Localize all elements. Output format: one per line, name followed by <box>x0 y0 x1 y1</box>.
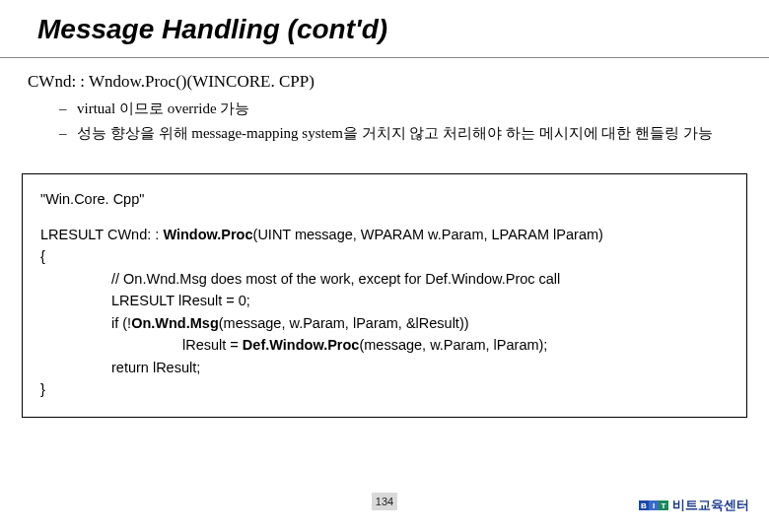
code-file-label: "Win.Core. Cpp" <box>40 188 729 210</box>
code-line: // On.Wnd.Msg does most of the work, exc… <box>111 268 729 290</box>
code-bold: Window.Proc <box>163 227 252 242</box>
code-line: return lResult; <box>111 357 729 378</box>
logo-cell: I <box>649 500 659 510</box>
code-line: LRESULT lResult = 0; <box>111 290 729 311</box>
code-text: (message, w.Param, lParam); <box>359 337 547 353</box>
code-signature: LRESULT CWnd: : Window.Proc(UINT message… <box>40 224 729 245</box>
code-bold: On.Wnd.Msg <box>131 315 219 331</box>
bullet-list: virtual 이므로 override 가능 성능 향상을 위해 messag… <box>0 98 769 146</box>
code-bold: Def.Window.Proc <box>243 337 360 353</box>
code-line: if (!On.Wnd.Msg(message, w.Param, lParam… <box>111 312 729 334</box>
footer-logo: B I T 비트교육센터 <box>639 497 749 514</box>
list-item: 성능 향상을 위해 message-mapping system을 거치지 않고… <box>59 122 739 145</box>
code-text: LRESULT CWnd: : <box>40 227 163 242</box>
slide-title: Message Handling (cont'd) <box>0 14 769 57</box>
code-text: lResult = <box>182 337 243 353</box>
list-item: virtual 이므로 override 가능 <box>59 98 739 120</box>
code-line: lResult = Def.Window.Proc(message, w.Par… <box>111 334 729 356</box>
code-box: "Win.Core. Cpp" LRESULT CWnd: : Window.P… <box>22 173 747 418</box>
logo-cell: B <box>639 500 649 510</box>
section-heading: CWnd: : Wndow.Proc()(WINCORE. CPP) <box>0 58 769 98</box>
code-text: (UINT message, WPARAM w.Param, LPARAM lP… <box>253 227 603 242</box>
logo-cell: T <box>659 500 668 510</box>
page-number: 134 <box>372 493 397 510</box>
logo-text: 비트교육센터 <box>672 497 749 514</box>
code-brace: { <box>40 245 729 267</box>
code-text: (message, w.Param, lParam, &lResult)) <box>219 315 469 331</box>
code-text: if (! <box>111 315 131 331</box>
logo-badge: B I T <box>639 500 668 510</box>
code-brace: } <box>40 378 729 400</box>
code-body: // On.Wnd.Msg does most of the work, exc… <box>40 268 729 378</box>
